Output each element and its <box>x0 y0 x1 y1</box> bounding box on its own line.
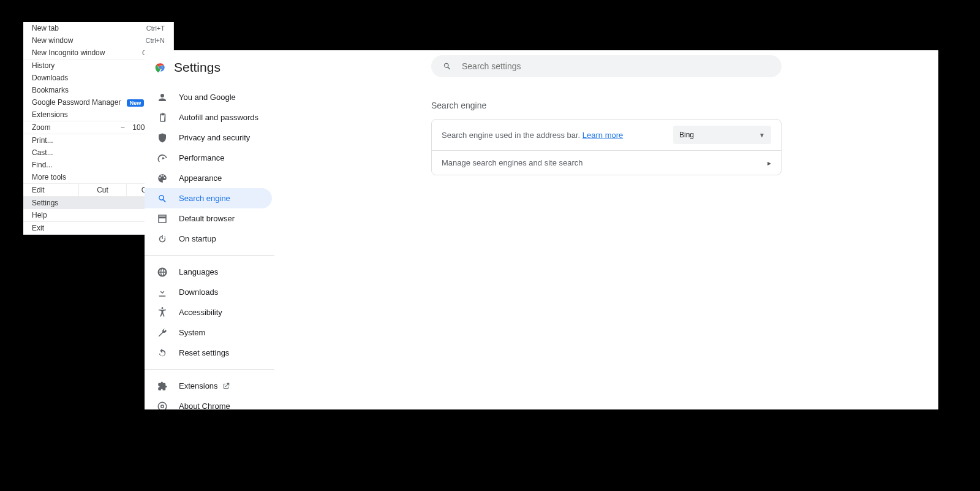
clipboard-icon <box>157 112 168 123</box>
sidebar-item-label: Accessibility <box>179 308 222 317</box>
search-settings-input[interactable] <box>461 61 771 72</box>
power-icon <box>157 234 168 245</box>
row-text: Manage search engines and site search <box>442 158 583 167</box>
sidebar-item-label: Downloads <box>179 287 218 297</box>
sidebar-item-label: System <box>179 328 205 337</box>
person-icon <box>157 92 168 103</box>
sidebar-item-label: On startup <box>179 234 216 243</box>
menu-item-label: Print... <box>32 136 53 145</box>
sidebar-item-label: Search engine <box>179 194 230 203</box>
menu-item-label: Zoom <box>32 123 51 132</box>
sidebar-text: Extensions <box>179 381 218 390</box>
settings-title: Settings <box>174 60 221 75</box>
select-value: Bing <box>679 131 694 139</box>
row-text: Search engine used in the address bar. L… <box>442 131 623 140</box>
row-text-content: Search engine used in the address bar. <box>442 131 580 140</box>
settings-header: Settings <box>145 53 274 87</box>
settings-main: Search engine Search engine used in the … <box>274 50 938 409</box>
learn-more-link[interactable]: Learn more <box>582 131 623 140</box>
sidebar-item-you-and-google[interactable]: You and Google <box>145 87 272 107</box>
menu-item-label: New tab <box>32 24 59 32</box>
zoom-out-button[interactable]: − <box>119 123 126 132</box>
speedometer-icon <box>157 153 168 164</box>
reset-icon <box>157 348 168 359</box>
menu-item-label: New window <box>32 36 73 45</box>
sidebar-item-label: Autofill and passwords <box>179 113 258 122</box>
menu-item-label: Extensions <box>32 110 68 119</box>
open-in-new-icon <box>222 382 230 390</box>
search-icon <box>442 61 452 71</box>
menu-item-label: More tools <box>32 173 66 181</box>
chrome-outline-icon <box>157 401 168 410</box>
sidebar-item-label: About Chrome <box>179 402 230 409</box>
wrench-icon <box>157 327 168 338</box>
svg-point-4 <box>161 405 164 408</box>
search-icon <box>157 193 168 204</box>
sidebar-divider <box>145 369 274 370</box>
new-badge: New <box>127 99 145 107</box>
menu-text: Google Password Manager <box>32 98 121 107</box>
dropdown-arrow-icon: ▼ <box>759 132 765 139</box>
search-engine-card: Search engine used in the address bar. L… <box>431 119 782 175</box>
accessibility-icon <box>157 307 168 318</box>
sidebar-item-label: You and Google <box>179 93 236 102</box>
menu-item-label: Help <box>32 211 47 219</box>
section-heading: Search engine <box>431 101 782 110</box>
shield-icon <box>157 132 168 143</box>
sidebar-item-label: Extensions <box>179 381 230 390</box>
menu-new-window[interactable]: New window Ctrl+N <box>23 34 173 47</box>
chrome-logo-icon <box>154 61 167 74</box>
chevron-right-icon: ▸ <box>767 159 771 167</box>
sidebar-item-label: Appearance <box>179 173 222 183</box>
svg-point-3 <box>158 402 167 409</box>
settings-window: Settings You and Google Autofill and pas… <box>145 50 938 409</box>
menu-item-label: Cast... <box>32 148 53 157</box>
puzzle-icon <box>157 381 168 392</box>
sidebar-item-privacy[interactable]: Privacy and security <box>145 128 272 148</box>
menu-item-label: Find... <box>32 161 52 169</box>
menu-new-tab[interactable]: New tab Ctrl+T <box>23 22 173 34</box>
download-icon <box>157 287 168 298</box>
menu-item-label: Exit <box>32 224 44 232</box>
search-engine-row: Search engine used in the address bar. L… <box>432 120 781 150</box>
browser-icon <box>157 213 168 224</box>
sidebar-item-label: Reset settings <box>179 348 229 357</box>
sidebar-item-about-chrome[interactable]: About Chrome <box>145 396 272 409</box>
sidebar-item-label: Languages <box>179 267 218 276</box>
sidebar-item-autofill[interactable]: Autofill and passwords <box>145 107 272 128</box>
sidebar-item-default-browser[interactable]: Default browser <box>145 208 272 229</box>
sidebar-item-performance[interactable]: Performance <box>145 148 272 168</box>
sidebar-item-system[interactable]: System <box>145 322 272 343</box>
sidebar-item-on-startup[interactable]: On startup <box>145 229 272 249</box>
sidebar-divider <box>145 255 274 256</box>
menu-item-label: History <box>32 61 55 70</box>
sidebar-item-languages[interactable]: Languages <box>145 262 272 282</box>
menu-item-label: Settings <box>32 199 58 207</box>
manage-search-engines-row[interactable]: Manage search engines and site search ▸ <box>432 150 781 175</box>
palette-icon <box>157 173 168 184</box>
menu-item-label: New Incognito window <box>32 48 105 57</box>
sidebar-item-label: Default browser <box>179 214 235 223</box>
menu-edit-label: Edit <box>23 184 78 196</box>
sidebar-item-reset[interactable]: Reset settings <box>145 343 272 363</box>
menu-cut[interactable]: Cut <box>78 184 126 196</box>
sidebar-item-downloads[interactable]: Downloads <box>145 282 272 302</box>
menu-item-label: Bookmarks <box>32 86 69 94</box>
search-engine-select[interactable]: Bing ▼ <box>673 126 771 144</box>
sidebar-item-appearance[interactable]: Appearance <box>145 168 272 188</box>
sidebar-item-search-engine[interactable]: Search engine <box>145 188 272 208</box>
search-settings-field[interactable] <box>431 55 782 77</box>
sidebar-item-label: Privacy and security <box>179 133 250 142</box>
sidebar-item-label: Performance <box>179 153 224 162</box>
menu-item-label: Google Password Manager New <box>32 98 144 107</box>
menu-shortcut: Ctrl+N <box>146 37 165 44</box>
globe-icon <box>157 267 168 278</box>
menu-item-label: Downloads <box>32 74 68 82</box>
menu-shortcut: Ctrl+T <box>146 25 165 32</box>
sidebar-item-extensions[interactable]: Extensions <box>145 376 272 396</box>
sidebar-item-accessibility[interactable]: Accessibility <box>145 302 272 322</box>
settings-sidebar: Settings You and Google Autofill and pas… <box>145 50 274 409</box>
